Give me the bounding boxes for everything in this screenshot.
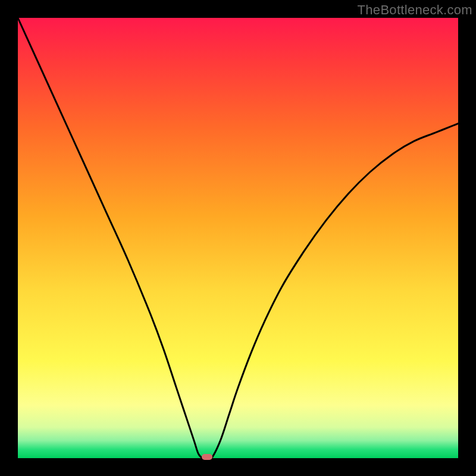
bottleneck-curve [18,18,458,458]
plot-area [18,18,458,458]
optimum-marker [202,454,212,460]
curve-path [18,18,458,459]
watermark-text: TheBottleneck.com [358,2,472,18]
chart-frame: TheBottleneck.com [0,0,476,476]
